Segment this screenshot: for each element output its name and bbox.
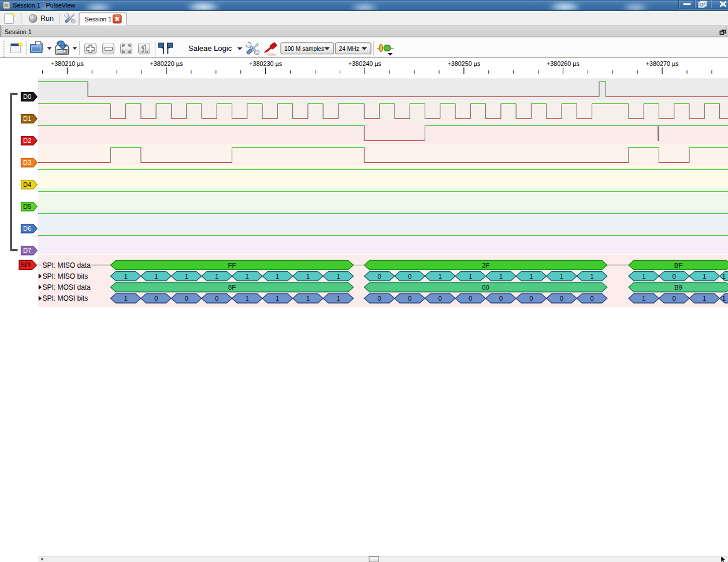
svg-text:0: 0 <box>560 295 563 302</box>
svg-text:0: 0 <box>469 295 472 302</box>
svg-text:SPI: MISO bits: SPI: MISO bits <box>43 272 88 280</box>
svg-text:1: 1 <box>439 273 442 280</box>
svg-text:+380210 µs: +380210 µs <box>51 60 84 67</box>
svg-text:D1: D1 <box>23 115 31 122</box>
svg-text:1: 1 <box>642 295 645 302</box>
svg-text:0: 0 <box>154 295 158 302</box>
svg-text:0: 0 <box>377 273 381 280</box>
svg-text:SPI: MOSI data: SPI: MOSI data <box>43 283 91 291</box>
svg-text:1: 1 <box>306 295 310 302</box>
svg-text:1: 1 <box>276 295 279 302</box>
svg-text:0: 0 <box>590 295 593 302</box>
svg-text:SPI: MISO data: SPI: MISO data <box>43 261 91 269</box>
svg-text:+380260 µs: +380260 µs <box>547 60 580 67</box>
svg-text:24 MHz: 24 MHz <box>339 46 359 52</box>
svg-text:D0: D0 <box>23 93 31 100</box>
svg-text:+380230 µs: +380230 µs <box>249 60 283 67</box>
svg-text:D2: D2 <box>23 137 31 144</box>
svg-text:+380220 µs: +380220 µs <box>150 60 184 67</box>
svg-text:0: 0 <box>408 273 411 280</box>
svg-text:0: 0 <box>529 295 533 302</box>
svg-text:0: 0 <box>439 295 442 302</box>
svg-text:B9: B9 <box>674 284 682 291</box>
svg-text:Session 1: Session 1 <box>5 28 32 35</box>
svg-text:1: 1 <box>529 273 533 280</box>
svg-text:D3: D3 <box>23 159 31 166</box>
svg-text:0: 0 <box>408 295 411 302</box>
svg-text:1: 1 <box>469 273 472 280</box>
svg-text:D7: D7 <box>23 247 31 254</box>
svg-text:1: 1 <box>590 273 593 280</box>
svg-text:1: 1 <box>276 273 279 280</box>
svg-text:1: 1 <box>722 295 726 302</box>
svg-text:1: 1 <box>124 295 127 302</box>
svg-text:1: 1 <box>184 273 188 280</box>
svg-text:0: 0 <box>672 273 675 280</box>
svg-text:1: 1 <box>246 273 249 280</box>
svg-text:Session 1: Session 1 <box>85 16 112 23</box>
svg-text:SPI: SPI <box>20 261 31 268</box>
svg-text:0: 0 <box>672 295 675 302</box>
svg-text:1: 1 <box>703 295 706 302</box>
svg-text:D6: D6 <box>23 225 31 232</box>
svg-text:0: 0 <box>377 295 381 302</box>
svg-text:1: 1 <box>246 295 249 302</box>
svg-text:Saleae Logic: Saleae Logic <box>188 44 232 53</box>
svg-text:D4: D4 <box>23 181 31 188</box>
svg-text:+380250 µs: +380250 µs <box>447 60 481 67</box>
svg-text:1: 1 <box>499 273 503 280</box>
svg-text:SPI: MOSI bits: SPI: MOSI bits <box>43 294 88 302</box>
svg-text:Session 1 - PulseView: Session 1 - PulseView <box>13 2 75 9</box>
svg-text:1: 1 <box>336 295 340 302</box>
svg-text:1: 1 <box>154 273 158 280</box>
svg-text:00: 00 <box>482 284 489 291</box>
svg-text:Run: Run <box>40 14 54 23</box>
svg-text:1: 1 <box>215 273 218 280</box>
svg-text:1: 1 <box>642 273 645 280</box>
svg-text:1: 1 <box>124 273 127 280</box>
svg-text:+380270 µs: +380270 µs <box>646 60 679 67</box>
svg-text:1: 1 <box>722 273 726 280</box>
svg-text:0: 0 <box>215 295 218 302</box>
svg-text:FF: FF <box>228 262 236 269</box>
svg-text:1: 1 <box>336 273 340 280</box>
svg-text:D5: D5 <box>23 203 31 210</box>
svg-text:+380240 µs: +380240 µs <box>348 60 382 67</box>
svg-text:1: 1 <box>560 273 563 280</box>
svg-text:1: 1 <box>703 273 706 280</box>
svg-text:BF: BF <box>674 262 683 269</box>
svg-text:100 M samples: 100 M samples <box>284 46 324 52</box>
svg-text:8F: 8F <box>228 284 236 291</box>
svg-text:0: 0 <box>499 295 503 302</box>
svg-text:3F: 3F <box>482 262 489 269</box>
svg-text:1: 1 <box>306 273 310 280</box>
svg-text:0: 0 <box>184 295 188 302</box>
